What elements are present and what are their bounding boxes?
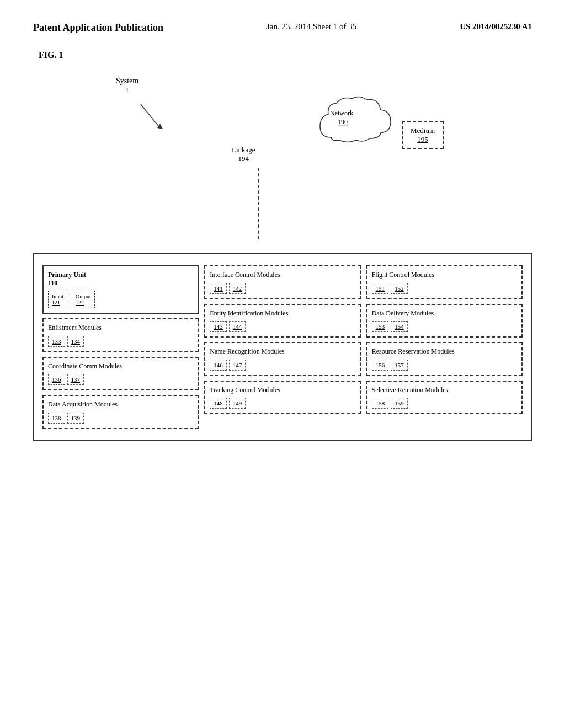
data-acquisition-num1: 138: [48, 413, 65, 424]
column-2: Interface Control Modules 141 142 Entity…: [204, 265, 360, 429]
enlistment-modules-box: Enlistment Modules 133 134: [42, 318, 199, 352]
entity-identification-modules-box: Entity Identification Modules 143 144: [204, 304, 360, 338]
data-delivery-sub-boxes: 153 154: [372, 321, 517, 332]
linkage-label: Linkage 194: [232, 146, 255, 163]
coordinate-num1: 136: [48, 374, 65, 385]
flight-control-sub-boxes: 151 152: [372, 283, 517, 294]
selective-retention-sub-boxes: 158 159: [372, 398, 517, 409]
linkage-line: [258, 168, 259, 239]
data-delivery-num2: 154: [391, 321, 408, 332]
name-recognition-modules-box: Name Recognition Modules 146 147: [204, 342, 360, 376]
data-acquisition-sub-boxes: 138 139: [48, 413, 193, 424]
tracking-control-sub-boxes: 148 149: [210, 398, 355, 409]
header-right: US 2014/0025230 A1: [460, 22, 532, 31]
enlistment-sub-boxes: 133 134: [48, 336, 193, 347]
svg-marker-1: [157, 124, 163, 129]
header-center: Jan. 23, 2014 Sheet 1 of 35: [266, 22, 356, 31]
coordinate-num2: 137: [67, 374, 84, 385]
flight-control-modules-box: Flight Control Modules 151 152: [366, 265, 523, 299]
svg-line-0: [141, 104, 160, 128]
input-box: Input 121: [48, 291, 67, 308]
data-delivery-num1: 153: [372, 321, 389, 332]
main-system-box: Primary Unit 110 Input 121 Output 122: [33, 253, 532, 441]
interface-control-sub-boxes: 141 142: [210, 283, 355, 294]
column-1: Primary Unit 110 Input 121 Output 122: [42, 265, 199, 429]
svg-text:190: 190: [338, 118, 348, 126]
resource-reservation-num1: 156: [372, 360, 389, 371]
column-3: Flight Control Modules 151 152 Data Deli…: [366, 265, 523, 429]
selective-retention-num1: 158: [372, 398, 389, 409]
io-row: Input 121 Output 122: [48, 291, 193, 308]
page: Patent Application Publication Jan. 23, …: [0, 0, 565, 728]
data-acquisition-num2: 139: [67, 413, 84, 424]
coordinate-sub-boxes: 136 137: [48, 374, 193, 385]
interface-control-num1: 141: [210, 283, 227, 294]
flight-control-num2: 152: [391, 283, 408, 294]
output-box: Output 122: [72, 291, 95, 308]
system-arrow: [130, 101, 174, 137]
cloud-svg: Network 190: [315, 93, 397, 154]
entity-identification-num2: 144: [229, 321, 246, 332]
coordinate-modules-box: Coordinate Comm Modules 136 137: [42, 357, 199, 391]
top-diagram: System 1 Linkage 194 Network 190: [33, 66, 532, 242]
flight-control-num1: 151: [372, 283, 389, 294]
name-recognition-num1: 146: [210, 360, 227, 371]
entity-identification-sub-boxes: 143 144: [210, 321, 355, 332]
data-delivery-modules-box: Data Delivery Modules 153 154: [366, 304, 523, 338]
name-recognition-num2: 147: [229, 360, 246, 371]
data-acquisition-modules-box: Data Acquisition Modules 138 139: [42, 395, 199, 429]
tracking-control-modules-box: Tracking Control Modules 148 149: [204, 381, 360, 415]
enlistment-num2: 134: [67, 336, 84, 347]
header-left: Patent Application Publication: [33, 22, 163, 34]
primary-unit-box: Primary Unit 110 Input 121 Output 122: [42, 265, 199, 314]
tracking-control-num2: 149: [229, 398, 246, 409]
network-cloud-container: Network 190: [315, 93, 397, 156]
interface-control-modules-box: Interface Control Modules 141 142: [204, 265, 360, 299]
name-recognition-sub-boxes: 146 147: [210, 360, 355, 371]
system-label: System 1: [116, 77, 138, 94]
medium-box: Medium 195: [402, 121, 444, 149]
interface-control-num2: 142: [229, 283, 246, 294]
primary-unit-label: Primary Unit 110: [48, 271, 193, 287]
header: Patent Application Publication Jan. 23, …: [33, 22, 532, 34]
resource-reservation-modules-box: Resource Reservation Modules 156 157: [366, 342, 523, 376]
resource-reservation-sub-boxes: 156 157: [372, 360, 517, 371]
selective-retention-num2: 159: [391, 398, 408, 409]
svg-text:Network: Network: [330, 109, 353, 117]
resource-reservation-num2: 157: [391, 360, 408, 371]
modules-grid: Primary Unit 110 Input 121 Output 122: [42, 265, 523, 429]
tracking-control-num1: 148: [210, 398, 227, 409]
fig-label: FIG. 1: [39, 50, 532, 60]
entity-identification-num1: 143: [210, 321, 227, 332]
enlistment-num1: 133: [48, 336, 65, 347]
selective-retention-modules-box: Selective Retention Modules 158 159: [366, 381, 523, 415]
